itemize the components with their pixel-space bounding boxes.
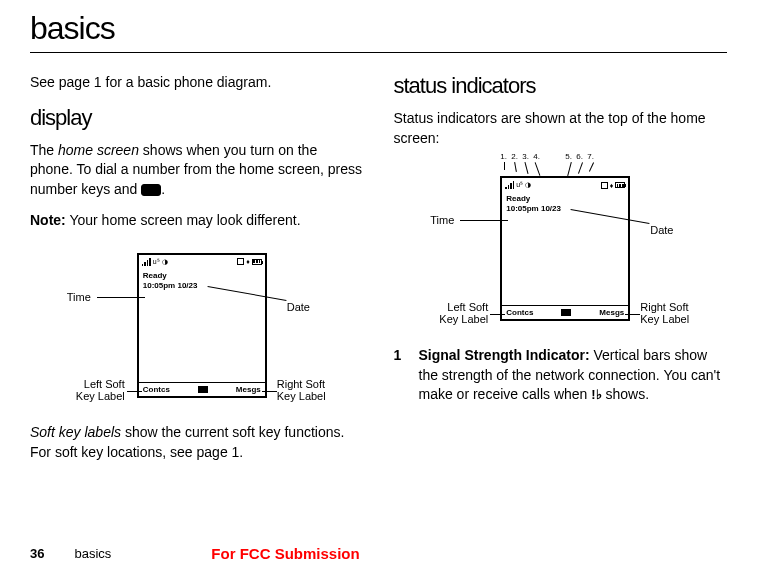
ring-icon: ♦: [246, 258, 250, 265]
ind-1: 1.: [500, 152, 507, 161]
right-soft-line: [262, 391, 277, 392]
list-bold: Signal Strength Indicator:: [419, 347, 590, 363]
roam-icon: ◑: [162, 258, 168, 266]
left-softkey-2: Contcs: [506, 308, 533, 317]
ind-3: 3.: [522, 152, 529, 161]
status-right-2: ♦: [601, 182, 626, 189]
date-callout-2: Date: [650, 224, 673, 236]
right-soft-callout-2: Right Soft Key Label: [640, 301, 689, 325]
right-column: status indicators Status indicators are …: [394, 73, 728, 474]
battery-icon-2: [615, 182, 625, 188]
ind-2: 2.: [511, 152, 518, 161]
time-date-label-2: 10:05pm 10/23: [506, 204, 624, 214]
left-soft-callout: Left Soft Key Label: [47, 378, 125, 402]
phone-screen: u⁵ ◑ ♦ Ready 10:05pm 10/23 Contcs: [137, 253, 267, 398]
signal-icon: [142, 258, 151, 266]
home-screen-diagram: u⁵ ◑ ♦ Ready 10:05pm 10/23 Contcs: [47, 243, 347, 413]
status-heading: status indicators: [394, 73, 728, 99]
ind-line-1: [504, 162, 505, 170]
left-softkey: Contcs: [143, 385, 170, 394]
left-soft-callout-2: Left Soft Key Label: [410, 301, 488, 325]
gprs-icon: u⁵: [153, 258, 160, 266]
no-signal-icon: !♭: [591, 386, 601, 404]
note-label: Note:: [30, 212, 66, 228]
home-screen-para: The home screen shows when you turn on t…: [30, 141, 364, 200]
battery-icon: [252, 259, 262, 265]
date-callout: Date: [287, 301, 310, 313]
indicator-list-item-1: 1 Signal Strength Indicator: Vertical ba…: [394, 346, 728, 405]
ind-5: 5.: [565, 152, 572, 161]
ind-line-3: [525, 162, 529, 174]
horizontal-rule: [30, 52, 727, 53]
page-title: basics: [30, 10, 727, 47]
status-bar: u⁵ ◑ ♦: [139, 255, 265, 269]
time-line: [97, 297, 145, 298]
message-icon: [237, 258, 244, 265]
ready-label-2: Ready: [506, 194, 624, 204]
right-soft-callout: Right Soft Key Label: [277, 378, 326, 402]
ind-6: 6.: [576, 152, 583, 161]
ready-label: Ready: [143, 271, 261, 281]
list-content: Signal Strength Indicator: Vertical bars…: [419, 346, 728, 405]
list-text2: shows.: [602, 386, 649, 402]
center-key-icon: [198, 386, 208, 393]
softkey-para: Soft key labels show the current soft ke…: [30, 423, 364, 462]
fcc-notice: For FCC Submission: [211, 545, 359, 562]
center-key-icon-2: [561, 309, 571, 316]
ind-line-5: [567, 162, 572, 176]
left-soft-line-2: [490, 314, 505, 315]
footer: 36 basics For FCC Submission: [30, 545, 727, 562]
content-columns: See page 1 for a basic phone diagram. di…: [30, 73, 727, 474]
message-icon-2: [601, 182, 608, 189]
ind-line-4: [535, 162, 541, 175]
status-indicators-diagram: 1. 2. 3. 4. 5. 6. 7.: [410, 166, 710, 336]
ind-line-6: [578, 162, 583, 174]
list-number: 1: [394, 346, 419, 405]
gprs-icon-2: u⁵: [516, 181, 523, 189]
display-heading: display: [30, 105, 364, 131]
softkey-term: Soft key labels: [30, 424, 121, 440]
screen-ready-2: Ready 10:05pm 10/23: [502, 192, 628, 215]
softkey-bar: Contcs Mesgs: [139, 382, 265, 396]
status-para: Status indicators are shown at the top o…: [394, 109, 728, 148]
status-bar-2: u⁵ ◑ ♦: [502, 178, 628, 192]
status-right: ♦: [237, 258, 262, 265]
intro-text: See page 1 for a basic phone diagram.: [30, 73, 364, 93]
ind-4: 4.: [533, 152, 540, 161]
left-column: See page 1 for a basic phone diagram. di…: [30, 73, 364, 474]
phone-screen-2: u⁵ ◑ ♦ Ready 10:05pm 10/23 Contcs: [500, 176, 630, 321]
ind-line-7: [589, 162, 594, 171]
roam-icon-2: ◑: [525, 181, 531, 189]
time-callout: Time: [67, 291, 91, 303]
time-line-2: [460, 220, 508, 221]
time-date-label: 10:05pm 10/23: [143, 281, 261, 291]
text-c: .: [161, 181, 165, 197]
signal-icon-2: [505, 181, 514, 189]
time-callout-2: Time: [430, 214, 454, 226]
send-key-icon: [141, 184, 161, 196]
home-screen-term: home screen: [58, 142, 139, 158]
ind-7: 7.: [587, 152, 594, 161]
page-number: 36: [30, 546, 44, 561]
note-text: Your home screen may look different.: [66, 212, 301, 228]
ind-line-2: [514, 162, 517, 172]
note-para: Note: Your home screen may look differen…: [30, 211, 364, 231]
right-softkey: Mesgs: [236, 385, 261, 394]
right-softkey-2: Mesgs: [599, 308, 624, 317]
right-soft-line-2: [625, 314, 640, 315]
ring-icon-2: ♦: [610, 182, 614, 189]
status-left-2: u⁵ ◑: [505, 181, 531, 189]
footer-section: basics: [74, 546, 111, 561]
status-left: u⁵ ◑: [142, 258, 168, 266]
softkey-bar-2: Contcs Mesgs: [502, 305, 628, 319]
text-a: The: [30, 142, 58, 158]
left-soft-line: [127, 391, 142, 392]
screen-ready: Ready 10:05pm 10/23: [139, 269, 265, 292]
